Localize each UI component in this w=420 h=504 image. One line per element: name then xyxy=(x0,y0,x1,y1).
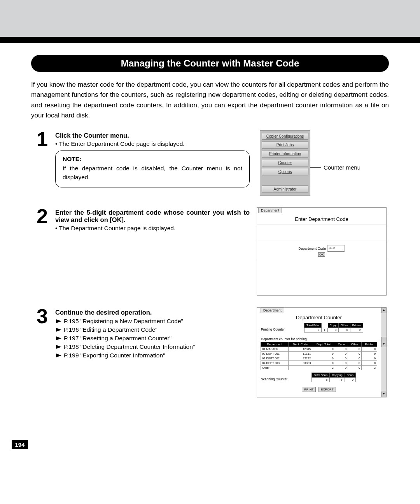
page-content: Managing the Counter with Master Code If… xyxy=(0,43,420,425)
note-label: NOTE: xyxy=(63,156,242,163)
scanning-counter-label: Scanning Counter xyxy=(261,377,289,381)
step3-title: Continue the desired operation. xyxy=(55,309,250,316)
step1-figure: Copier Configurations Print Jobs Printer… xyxy=(257,130,389,196)
arrow-icon xyxy=(56,354,61,357)
enter-dept-code-panel: Department Enter Department Code Departm… xyxy=(257,207,387,296)
scroll-down-icon[interactable]: ▾ xyxy=(381,392,387,397)
xref-link-3: P.197 "Resetting a Department Counter" xyxy=(55,335,250,342)
menu-panel: Copier Configurations Print Jobs Printer… xyxy=(260,130,310,196)
counter-menu-callout: Counter menu xyxy=(324,164,360,171)
note-box: NOTE: If the department code is disabled… xyxy=(55,150,250,187)
note-text: If the department code is disabled, the … xyxy=(63,164,242,182)
dept-counter-title: Department Counter xyxy=(259,313,378,322)
menu-print-jobs[interactable]: Print Jobs xyxy=(262,141,308,149)
step2-bullet: • The Department Counter page is display… xyxy=(55,225,250,232)
menu-printer-info[interactable]: Printer Information xyxy=(262,150,308,158)
arrow-icon xyxy=(56,328,61,332)
page-number: 194 xyxy=(12,440,28,449)
scrollbar[interactable]: ▴ ▾ ▾ xyxy=(381,308,386,397)
xref-link-5: P.199 "Exporting Counter Information" xyxy=(55,352,250,359)
arrow-icon xyxy=(56,319,61,323)
department-tab-2[interactable]: Department xyxy=(261,308,284,313)
dept-detail-table: Department Dept. Code Dept. Total Copy O… xyxy=(261,342,377,370)
menu-options[interactable]: Options xyxy=(262,168,308,175)
dept-print-label: Department counter for printing xyxy=(261,337,378,341)
dept-code-input[interactable] xyxy=(327,245,345,252)
section-header: Managing the Counter with Master Code xyxy=(31,55,389,72)
scanning-summary-table: Total Scan Copying Scan 5 5 0 xyxy=(312,373,356,382)
step1-title: Click the Counter menu. xyxy=(55,132,250,139)
header-gray-band xyxy=(0,0,420,37)
dept-counter-panel: ▴ ▾ ▾ Department Department Counter Prin… xyxy=(257,307,387,397)
department-tab[interactable]: Department xyxy=(258,208,282,213)
menu-copier-config[interactable]: Copier Configurations xyxy=(262,133,308,140)
scroll-mid-icon[interactable]: ▾ xyxy=(381,342,387,347)
table-row: Other2002 xyxy=(261,366,377,370)
step-2: 2 Enter the 5-digit department code whos… xyxy=(31,207,389,296)
print-button[interactable]: PRINT xyxy=(302,387,316,392)
step1-bullet: • The Enter Department Code page is disp… xyxy=(55,140,250,147)
intro-paragraph: If you know the master code for the depa… xyxy=(31,80,389,121)
export-button[interactable]: EXPORT xyxy=(318,387,336,392)
table-row: 01 MASTER123450000 xyxy=(261,347,377,352)
arrow-icon xyxy=(56,345,61,349)
dept-code-label: Department Code xyxy=(298,247,326,250)
table-row: 02 DEPT 001111110000 xyxy=(261,352,377,356)
step-1: 1 Click the Counter menu. • The Enter De… xyxy=(31,130,389,196)
scroll-up-icon[interactable]: ▴ xyxy=(381,308,387,313)
table-row: 04 DEPT 003333330000 xyxy=(261,361,377,366)
step-number-3: 3 xyxy=(37,307,55,326)
xref-link-4: P.198 "Deleting Department Counter Infor… xyxy=(55,343,250,350)
xref-link-1: P.195 "Registering a New Department Code… xyxy=(55,318,250,325)
step-number-1: 1 xyxy=(37,130,55,149)
table-row: 03 DEPT 002222220000 xyxy=(261,356,377,361)
printing-summary-table: Total Print Copy Other Printer 0 1 0 0 xyxy=(304,323,363,332)
arrow-icon xyxy=(56,336,61,340)
step2-title: Enter the 5-digit department code whose … xyxy=(55,209,250,224)
step-number-2: 2 xyxy=(37,207,55,226)
menu-counter[interactable]: Counter xyxy=(262,159,308,166)
ok-button[interactable]: OK xyxy=(318,252,325,257)
printing-counter-label: Printing Counter xyxy=(261,327,289,331)
xref-link-2: P.196 "Editing a Department Code" xyxy=(55,326,250,333)
scroll-thumb[interactable] xyxy=(381,337,387,342)
enter-dept-title: Enter Department Code xyxy=(257,213,386,224)
menu-administrator[interactable]: Administrator xyxy=(262,186,308,193)
header-black-bar xyxy=(0,37,420,43)
callout-line xyxy=(310,167,321,168)
step-3: 3 Continue the desired operation. P.195 … xyxy=(31,307,389,397)
